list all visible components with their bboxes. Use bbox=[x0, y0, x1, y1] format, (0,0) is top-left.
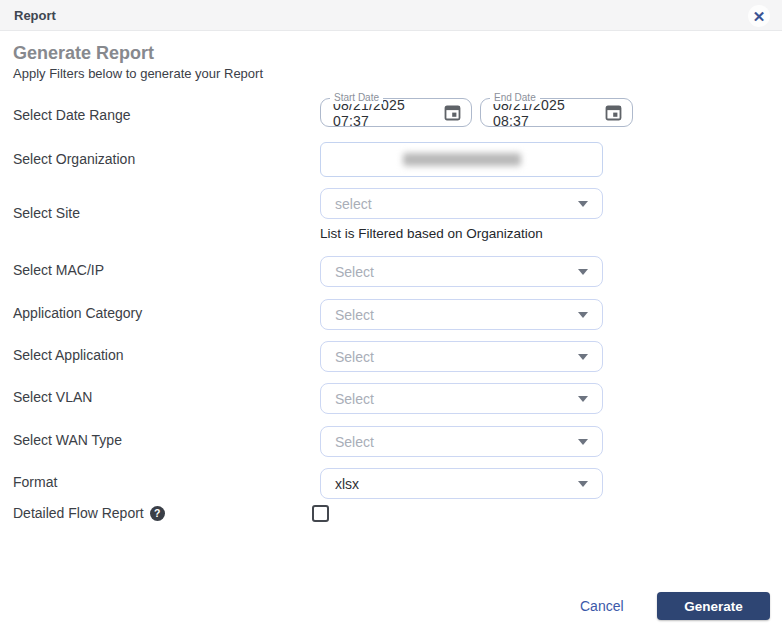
detailed-flow-label: Detailed Flow Report ? bbox=[13, 505, 165, 521]
dialog-title: Report bbox=[14, 8, 56, 23]
help-icon[interactable]: ? bbox=[150, 506, 165, 521]
chevron-down-icon bbox=[578, 354, 588, 360]
close-icon[interactable]: ✕ bbox=[748, 5, 770, 27]
start-date-field[interactable]: Start Date 08/21/2025 07:37 bbox=[320, 98, 472, 127]
wan-type-label: Select WAN Type bbox=[13, 432, 122, 448]
calendar-icon[interactable] bbox=[444, 104, 461, 121]
cancel-button[interactable]: Cancel bbox=[580, 598, 624, 614]
organization-label: Select Organization bbox=[13, 151, 135, 167]
site-select-placeholder: select bbox=[335, 196, 578, 212]
detailed-flow-checkbox[interactable] bbox=[312, 505, 329, 522]
chevron-down-icon bbox=[578, 269, 588, 275]
page-subtitle: Apply Filters below to generate your Rep… bbox=[13, 66, 263, 81]
app-category-select-placeholder: Select bbox=[335, 307, 578, 323]
chevron-down-icon bbox=[578, 481, 588, 487]
start-date-floating-label: Start Date bbox=[330, 92, 383, 104]
detailed-flow-label-text: Detailed Flow Report bbox=[13, 505, 144, 521]
site-select[interactable]: select bbox=[320, 188, 603, 219]
organization-redacted-value bbox=[403, 153, 521, 166]
chevron-down-icon bbox=[578, 396, 588, 402]
format-select[interactable]: xlsx bbox=[320, 468, 603, 499]
app-category-label: Application Category bbox=[13, 305, 142, 321]
calendar-icon[interactable] bbox=[605, 104, 622, 121]
chevron-down-icon bbox=[578, 201, 588, 207]
generate-button[interactable]: Generate bbox=[657, 592, 770, 620]
site-label: Select Site bbox=[13, 205, 80, 221]
vlan-select[interactable]: Select bbox=[320, 383, 603, 414]
organization-input[interactable] bbox=[320, 142, 603, 177]
format-select-value: xlsx bbox=[335, 476, 578, 492]
vlan-select-placeholder: Select bbox=[335, 391, 578, 407]
format-label: Format bbox=[13, 474, 57, 490]
page-title: Generate Report bbox=[13, 43, 154, 64]
end-date-field[interactable]: End Date 08/21/2025 08:37 bbox=[480, 98, 633, 127]
mac-ip-label: Select MAC/IP bbox=[13, 262, 104, 278]
application-select-placeholder: Select bbox=[335, 349, 578, 365]
chevron-down-icon bbox=[578, 312, 588, 318]
wan-type-select[interactable]: Select bbox=[320, 426, 603, 457]
wan-type-select-placeholder: Select bbox=[335, 434, 578, 450]
chevron-down-icon bbox=[578, 439, 588, 445]
app-category-select[interactable]: Select bbox=[320, 299, 603, 330]
end-date-floating-label: End Date bbox=[490, 92, 540, 104]
site-helper-text: List is Filtered based on Organization bbox=[320, 226, 543, 241]
vlan-label: Select VLAN bbox=[13, 389, 92, 405]
mac-ip-select-placeholder: Select bbox=[335, 264, 578, 280]
application-label: Select Application bbox=[13, 347, 124, 363]
application-select[interactable]: Select bbox=[320, 341, 603, 372]
mac-ip-select[interactable]: Select bbox=[320, 256, 603, 287]
dialog-header: Report ✕ bbox=[0, 0, 782, 31]
date-range-label: Select Date Range bbox=[13, 107, 131, 123]
generate-report-dialog: Report ✕ Generate Report Apply Filters b… bbox=[0, 0, 782, 625]
